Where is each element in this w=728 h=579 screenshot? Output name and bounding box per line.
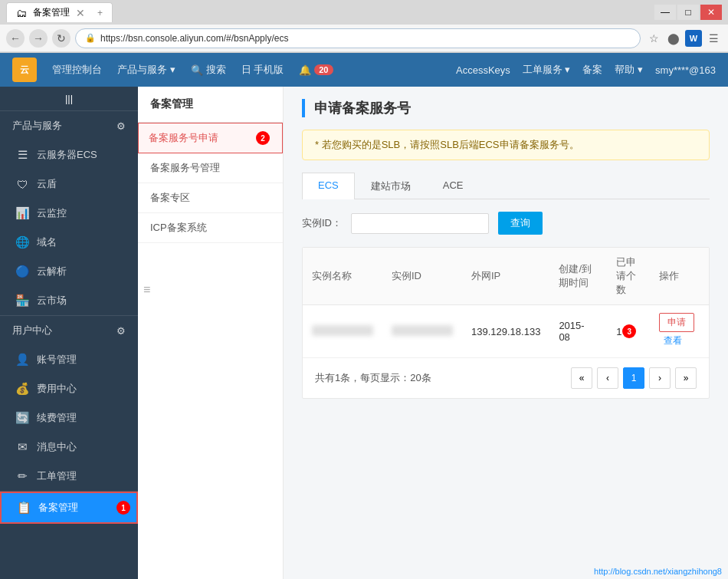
sidebar-item-market[interactable]: 🏪 云市场 bbox=[0, 286, 138, 315]
col-action: 操作 bbox=[650, 248, 709, 305]
word-icon[interactable]: W bbox=[685, 30, 702, 47]
sidebar-section-products: 产品与服务 ⚙ ☰ 云服务器ECS 🛡 云盾 📊 云监控 🌐 域名 🔵 云解 bbox=[0, 111, 138, 316]
page-1-btn[interactable]: 1 bbox=[623, 367, 644, 389]
nav-products[interactable]: 产品与服务 ▾ bbox=[117, 63, 175, 77]
sidebar-item-beian[interactable]: 📋 备案管理 1 bbox=[0, 492, 138, 524]
sidebar: ||| 产品与服务 ⚙ ☰ 云服务器ECS 🛡 云盾 📊 云监控 🌐 域名 bbox=[0, 87, 138, 579]
page-last-btn[interactable]: » bbox=[675, 367, 697, 389]
sidebar-section-user-header[interactable]: 用户中心 ⚙ bbox=[0, 316, 138, 345]
apply-button[interactable]: 申请 bbox=[659, 313, 694, 332]
table-row: 139.129.18.133 2015- 08 1 3 申请 查看 bbox=[303, 305, 709, 358]
query-button[interactable]: 查询 bbox=[498, 212, 543, 235]
table-container: 实例名称 实例ID 外网IP 创建/到期时间 已申请个数 操作 bbox=[302, 247, 710, 399]
sidebar-section-products-header[interactable]: 产品与服务 ⚙ bbox=[0, 111, 138, 140]
search-icon: 🔍 bbox=[191, 64, 203, 76]
nav-notifications[interactable]: 🔔 20 bbox=[299, 64, 333, 76]
sidebar-item-monitor[interactable]: 📊 云监控 bbox=[0, 199, 138, 228]
nav-accesskeys[interactable]: AccessKeys bbox=[456, 64, 510, 76]
content-collapse-icon[interactable]: ≡ bbox=[143, 283, 150, 297]
page-title: 申请备案服务号 bbox=[302, 99, 710, 117]
bookmark-icon[interactable]: ☆ bbox=[645, 30, 662, 47]
cell-name bbox=[303, 305, 382, 358]
sidebar-section-user: 用户中心 ⚙ 👤 账号管理 💰 费用中心 🔄 续费管理 ✉ 消息中心 ✏ 工单 bbox=[0, 316, 138, 492]
domain-icon: 🌐 bbox=[15, 235, 29, 249]
sidebar-item-dns[interactable]: 🔵 云解析 bbox=[0, 257, 138, 286]
cell-actions: 3 申请 查看 bbox=[650, 305, 709, 358]
view-button[interactable]: 查看 bbox=[659, 332, 687, 350]
nav-mobile[interactable]: 日 手机版 bbox=[241, 63, 284, 77]
settings-icon[interactable]: ⚙ bbox=[116, 120, 126, 132]
forward-btn[interactable]: → bbox=[29, 29, 48, 48]
sidebar-item-tickets[interactable]: ✏ 工单管理 bbox=[0, 462, 138, 491]
collapse-btn[interactable]: ||| bbox=[0, 87, 138, 111]
tab-ace[interactable]: ACE bbox=[427, 173, 480, 199]
sub-navigation: 备案管理 备案服务号申请 2 备案服务号管理 备案专区 ICP备案系统 bbox=[138, 87, 284, 579]
tab-website-market[interactable]: 建站市场 bbox=[355, 173, 427, 199]
maximize-btn[interactable]: □ bbox=[677, 5, 699, 20]
query-label: 实例ID： bbox=[302, 216, 342, 230]
browser-titlebar: 🗂 备案管理 ✕ + — □ ✕ bbox=[0, 0, 728, 25]
query-bar: 实例ID： 查询 bbox=[302, 212, 710, 235]
subnav-badge: 2 bbox=[256, 131, 270, 145]
sidebar-item-account[interactable]: 👤 账号管理 bbox=[0, 345, 138, 374]
minimize-btn[interactable]: — bbox=[654, 5, 676, 20]
tab-close-btn[interactable]: ✕ bbox=[76, 7, 85, 19]
nav-console[interactable]: 管理控制台 bbox=[52, 63, 102, 77]
nav-help[interactable]: 帮助 ▾ bbox=[615, 63, 643, 77]
sidebar-item-renewal[interactable]: 🔄 续费管理 bbox=[0, 403, 138, 433]
monitor-icon: 📊 bbox=[15, 206, 29, 220]
instance-id-blurred bbox=[392, 325, 453, 336]
footer-link: http://blog.csdn.net/xiangzhihong8 bbox=[594, 567, 722, 576]
shield-icon: 🛡 bbox=[15, 177, 29, 191]
tab-title: 备案管理 bbox=[33, 6, 70, 19]
sidebar-item-billing[interactable]: 💰 费用中心 bbox=[0, 374, 138, 403]
beian-icon: 📋 bbox=[17, 501, 31, 515]
tab-bar: ECS 建站市场 ACE bbox=[302, 173, 710, 199]
browser-tab[interactable]: 🗂 备案管理 ✕ + bbox=[6, 2, 113, 22]
col-count: 已申请个数 bbox=[607, 248, 650, 305]
page-next-btn[interactable]: › bbox=[649, 367, 671, 389]
instances-table: 实例名称 实例ID 外网IP 创建/到期时间 已申请个数 操作 bbox=[303, 248, 709, 358]
pagination: 共有1条，每页显示：20条 « ‹ 1 › » bbox=[303, 358, 709, 398]
nav-beian[interactable]: 备案 bbox=[582, 63, 602, 77]
refresh-btn[interactable]: ↻ bbox=[52, 29, 71, 48]
sidebar-item-messages[interactable]: ✉ 消息中心 bbox=[0, 433, 138, 462]
nav-user[interactable]: smy****@163 bbox=[655, 64, 716, 76]
circle-icon[interactable]: ⬤ bbox=[665, 30, 682, 47]
address-bar[interactable]: 🔒 https://bsn.console.aliyun.com/#/bsnAp… bbox=[75, 28, 641, 48]
col-time: 创建/到期时间 bbox=[549, 248, 607, 305]
menu-icon[interactable]: ☰ bbox=[705, 30, 722, 47]
main-layout: ||| 产品与服务 ⚙ ☰ 云服务器ECS 🛡 云盾 📊 云监控 🌐 域名 bbox=[0, 87, 728, 579]
page-first-btn[interactable]: « bbox=[571, 367, 592, 389]
ecs-icon: ☰ bbox=[15, 148, 29, 162]
table-header-row: 实例名称 实例ID 外网IP 创建/到期时间 已申请个数 操作 bbox=[303, 248, 709, 305]
browser-chrome: 🗂 备案管理 ✕ + — □ ✕ ← → ↻ 🔒 https://bsn.con… bbox=[0, 0, 728, 53]
col-id: 实例ID bbox=[382, 248, 462, 305]
page-prev-btn[interactable]: ‹ bbox=[597, 367, 618, 389]
dns-icon: 🔵 bbox=[15, 265, 29, 278]
close-btn[interactable]: ✕ bbox=[700, 5, 722, 20]
instance-name-blurred bbox=[312, 325, 373, 336]
subnav-item-apply[interactable]: 备案服务号申请 2 bbox=[138, 123, 283, 153]
top-navigation: 云 管理控制台 产品与服务 ▾ 🔍 搜索 日 手机版 🔔 20 AccessKe… bbox=[0, 53, 728, 87]
tab-ecs[interactable]: ECS bbox=[302, 173, 355, 199]
pagination-info: 共有1条，每页显示：20条 bbox=[315, 371, 431, 385]
subnav-item-manage[interactable]: 备案服务号管理 bbox=[138, 153, 283, 183]
back-btn[interactable]: ← bbox=[6, 29, 25, 48]
sidebar-item-domain[interactable]: 🌐 域名 bbox=[0, 228, 138, 257]
nav-tickets[interactable]: 工单服务 ▾ bbox=[523, 63, 571, 77]
notice-box: * 若您购买的是SLB，请按照SLB后端ECS申请备案服务号。 bbox=[302, 130, 710, 160]
sub-nav-title: 备案管理 bbox=[138, 87, 283, 123]
user-settings-icon[interactable]: ⚙ bbox=[116, 325, 126, 337]
cell-id bbox=[382, 305, 462, 358]
browser-controls: ← → ↻ 🔒 https://bsn.console.aliyun.com/#… bbox=[0, 25, 728, 52]
nav-right: AccessKeys 工单服务 ▾ 备案 帮助 ▾ smy****@163 bbox=[456, 63, 716, 77]
subnav-item-zone[interactable]: 备案专区 bbox=[138, 183, 283, 213]
subnav-item-icp[interactable]: ICP备案系统 bbox=[138, 213, 283, 243]
action-badge: 3 bbox=[622, 324, 636, 338]
instance-id-input[interactable] bbox=[351, 213, 489, 234]
nav-search[interactable]: 🔍 搜索 bbox=[191, 63, 226, 77]
sidebar-item-ecs[interactable]: ☰ 云服务器ECS bbox=[0, 140, 138, 169]
sidebar-badge: 1 bbox=[116, 501, 130, 515]
sidebar-item-shield[interactable]: 🛡 云盾 bbox=[0, 169, 138, 199]
